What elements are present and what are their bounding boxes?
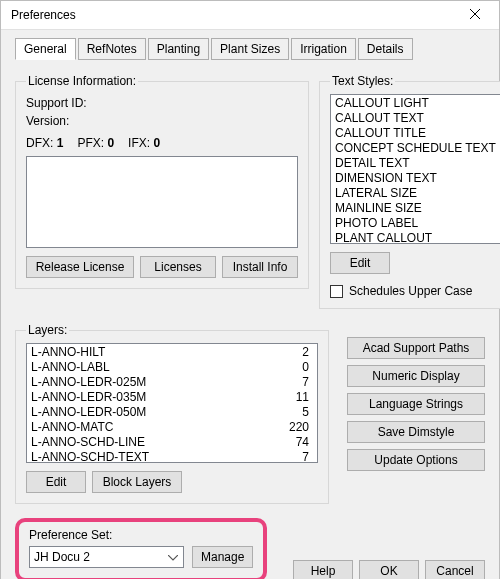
numeric-display-button[interactable]: Numeric Display [347, 365, 485, 387]
help-button[interactable]: Help [293, 560, 353, 579]
content-area: General RefNotes Planting Plant Sizes Ir… [1, 30, 499, 579]
layers-edit-button[interactable]: Edit [26, 471, 86, 493]
save-dimstyle-button[interactable]: Save Dimstyle [347, 421, 485, 443]
tab-plant-sizes[interactable]: Plant Sizes [211, 38, 289, 60]
table-row[interactable]: L-ANNO-LEDR-025M7 [29, 375, 315, 390]
list-item[interactable]: CALLOUT TEXT [333, 111, 498, 126]
table-row[interactable]: L-ANNO-LEDR-050M5 [29, 405, 315, 420]
tab-refnotes[interactable]: RefNotes [78, 38, 146, 60]
dfx-label: DFX: [26, 136, 53, 150]
pfx-value: 0 [107, 136, 114, 150]
update-options-button[interactable]: Update Options [347, 449, 485, 471]
ifx-value: 0 [153, 136, 160, 150]
version-label: Version: [26, 112, 298, 130]
titlebar: Preferences [1, 1, 499, 30]
table-row[interactable]: L-ANNO-SCHD-LINE74 [29, 435, 315, 450]
table-row[interactable]: L-ANNO-MATC220 [29, 420, 315, 435]
schedules-upper-case-row[interactable]: Schedules Upper Case [330, 284, 500, 298]
table-row[interactable]: L-ANNO-LEDR-035M11 [29, 390, 315, 405]
preference-set-legend: Preference Set: [29, 528, 253, 542]
layers-list[interactable]: L-ANNO-HILT2 L-ANNO-LABL0 L-ANNO-LEDR-02… [26, 343, 318, 463]
list-item[interactable]: DIMENSION TEXT [333, 171, 498, 186]
license-group: License Information: Support ID: Version… [15, 74, 309, 289]
release-license-button[interactable]: Release License [26, 256, 134, 278]
list-item[interactable]: CALLOUT TITLE [333, 126, 498, 141]
list-item[interactable]: LATERAL SIZE [333, 186, 498, 201]
table-row[interactable]: L-ANNO-HILT2 [29, 345, 315, 360]
layers-legend: Layers: [26, 323, 69, 337]
acad-support-paths-button[interactable]: Acad Support Paths [347, 337, 485, 359]
license-legend: License Information: [26, 74, 138, 88]
close-icon [470, 8, 480, 22]
schedules-upper-case-label: Schedules Upper Case [349, 284, 472, 298]
text-styles-group: Text Styles: CALLOUT LIGHT CALLOUT TEXT … [319, 74, 500, 309]
tab-bar: General RefNotes Planting Plant Sizes Ir… [15, 38, 485, 60]
chevron-down-icon [165, 550, 181, 564]
support-id-label: Support ID: [26, 94, 298, 112]
install-info-button[interactable]: Install Info [222, 256, 298, 278]
list-item[interactable]: CONCEPT SCHEDULE TEXT [333, 141, 498, 156]
dfx-value: 1 [57, 136, 64, 150]
pfx-label: PFX: [77, 136, 104, 150]
close-button[interactable] [453, 1, 497, 29]
text-styles-edit-button[interactable]: Edit [330, 252, 390, 274]
footer-buttons: Help OK Cancel [293, 560, 485, 579]
preferences-window: Preferences General RefNotes Planting Pl… [0, 0, 500, 579]
table-row[interactable]: L-ANNO-SCHD-TEXT7 [29, 450, 315, 463]
preference-set-selected: JH Docu 2 [34, 550, 90, 564]
side-button-column: Acad Support Paths Numeric Display Langu… [347, 337, 485, 471]
ifx-label: IFX: [128, 136, 150, 150]
text-styles-legend: Text Styles: [330, 74, 395, 88]
table-row[interactable]: L-ANNO-LABL0 [29, 360, 315, 375]
ok-button[interactable]: OK [359, 560, 419, 579]
window-title: Preferences [11, 8, 76, 22]
licenses-button[interactable]: Licenses [140, 256, 216, 278]
list-item[interactable]: CALLOUT LIGHT [333, 96, 498, 111]
language-strings-button[interactable]: Language Strings [347, 393, 485, 415]
list-item[interactable]: DETAIL TEXT [333, 156, 498, 171]
tab-general[interactable]: General [15, 38, 76, 60]
checkbox-icon [330, 285, 343, 298]
list-item[interactable]: MAINLINE SIZE [333, 201, 498, 216]
tab-details[interactable]: Details [358, 38, 413, 60]
list-item[interactable]: PLANT CALLOUT [333, 231, 498, 244]
manage-button[interactable]: Manage [192, 546, 253, 568]
tab-irrigation[interactable]: Irrigation [291, 38, 356, 60]
block-layers-button[interactable]: Block Layers [92, 471, 182, 493]
tab-planting[interactable]: Planting [148, 38, 209, 60]
layers-group: Layers: L-ANNO-HILT2 L-ANNO-LABL0 L-ANNO… [15, 323, 329, 504]
preference-set-highlight: Preference Set: JH Docu 2 Manage [15, 518, 267, 579]
cancel-button[interactable]: Cancel [425, 560, 485, 579]
preference-set-dropdown[interactable]: JH Docu 2 [29, 546, 184, 568]
license-text-area[interactable] [26, 156, 298, 248]
text-styles-list[interactable]: CALLOUT LIGHT CALLOUT TEXT CALLOUT TITLE… [330, 94, 500, 244]
list-item[interactable]: PHOTO LABEL [333, 216, 498, 231]
